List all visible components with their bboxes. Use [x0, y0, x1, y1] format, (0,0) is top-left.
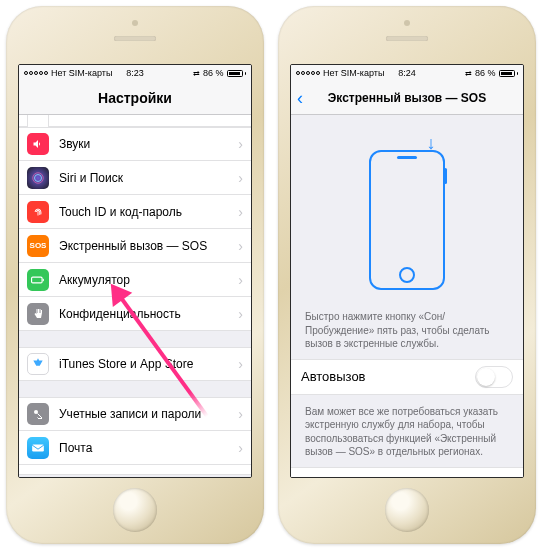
status-bar: Нет SIM-карты 8:23 ⇄ 86 %: [19, 65, 251, 81]
row-sounds[interactable]: Звуки ›: [19, 127, 251, 161]
row-label: Звуки: [59, 137, 238, 151]
screen-left: Нет SIM-карты 8:23 ⇄ 86 % Настройки: [18, 64, 252, 478]
row-itunes[interactable]: iTunes Store и App Store ›: [19, 347, 251, 381]
sos-page: ↓ Быстро нажмите кнопку «Сон/Пробуждение…: [291, 115, 523, 477]
nav-bar: ‹ Экстренный вызов — SOS: [291, 81, 523, 115]
svg-point-4: [34, 410, 38, 414]
row-autocall[interactable]: Автовызов: [291, 359, 523, 395]
front-camera: [404, 20, 410, 26]
siri-icon: [27, 167, 49, 189]
hand-icon: [27, 303, 49, 325]
carrier-text: Нет SIM-карты: [51, 68, 112, 78]
group-3: Учетные записи и пароли › Почта ›: [19, 397, 251, 475]
clock-text: 8:24: [398, 68, 416, 78]
sos-icon: SOS: [27, 235, 49, 257]
row-label: Touch ID и код-пароль: [59, 205, 238, 219]
phone-right: Нет SIM-карты 8:24 ⇄ 86 % ‹ Экстренный в…: [278, 6, 536, 544]
row-peek-bottom[interactable]: [19, 465, 251, 475]
row-mail[interactable]: Почта ›: [19, 431, 251, 465]
row-label: Учетные записи и пароли: [59, 407, 238, 421]
clock-text: 8:23: [126, 68, 144, 78]
row-label: Экстренный вызов — SOS: [59, 239, 238, 253]
configure-contacts-link[interactable]: Настроить контакты на случай ЧП: [291, 467, 523, 478]
row-privacy[interactable]: Конфиденциальность ›: [19, 297, 251, 331]
row-label: Siri и Поиск: [59, 171, 238, 185]
row-touchid[interactable]: Touch ID и код-пароль ›: [19, 195, 251, 229]
phone-left: Нет SIM-карты 8:23 ⇄ 86 % Настройки: [6, 6, 264, 544]
back-button[interactable]: ‹: [297, 87, 303, 108]
chevron-right-icon: ›: [238, 306, 243, 322]
speaker: [114, 36, 156, 41]
screen-right: Нет SIM-карты 8:24 ⇄ 86 % ‹ Экстренный в…: [290, 64, 524, 478]
row-sos[interactable]: SOS Экстренный вызов — SOS ›: [19, 229, 251, 263]
settings-list: Звуки › Siri и Поиск › Touch ID и код-па…: [19, 115, 251, 477]
front-camera: [132, 20, 138, 26]
row-battery[interactable]: Аккумулятор ›: [19, 263, 251, 297]
home-button[interactable]: [385, 488, 429, 532]
row-label: Почта: [59, 441, 238, 455]
chevron-right-icon: ›: [238, 406, 243, 422]
carrier-text: Нет SIM-карты: [323, 68, 384, 78]
chevron-right-icon: ›: [238, 272, 243, 288]
group-2: iTunes Store и App Store ›: [19, 347, 251, 381]
svg-rect-2: [32, 277, 42, 283]
hero-illustration: ↓: [291, 115, 523, 300]
battery-text: 86 %: [203, 68, 224, 78]
chevron-right-icon: ›: [238, 356, 243, 372]
svg-point-0: [35, 174, 42, 181]
svg-rect-5: [32, 444, 44, 451]
battery-icon: [499, 70, 519, 77]
row-label: iTunes Store и App Store: [59, 357, 238, 371]
page-title: Настройки: [98, 90, 172, 106]
phone-outline-icon: [369, 150, 445, 290]
row-siri[interactable]: Siri и Поиск ›: [19, 161, 251, 195]
chevron-right-icon: ›: [238, 136, 243, 152]
sounds-icon: [27, 133, 49, 155]
row-label: Аккумулятор: [59, 273, 238, 287]
autocall-label: Автовызов: [301, 369, 475, 384]
battery-icon: [227, 70, 247, 77]
chevron-right-icon: ›: [238, 204, 243, 220]
battery-row-icon: [27, 269, 49, 291]
group-1: Звуки › Siri и Поиск › Touch ID и код-па…: [19, 127, 251, 331]
svg-rect-3: [43, 278, 44, 280]
chevron-right-icon: ›: [238, 170, 243, 186]
chevron-right-icon: ›: [238, 440, 243, 456]
row-accounts[interactable]: Учетные записи и пароли ›: [19, 397, 251, 431]
fingerprint-icon: [27, 201, 49, 223]
signal-icon: [296, 71, 320, 75]
battery-text: 86 %: [475, 68, 496, 78]
autocall-switch[interactable]: [475, 366, 513, 388]
signal-icon: [24, 71, 48, 75]
home-button[interactable]: [113, 488, 157, 532]
autocall-description: Вам может все же потребоваться указать э…: [291, 395, 523, 467]
page-title: Экстренный вызов — SOS: [328, 91, 486, 105]
speaker: [386, 36, 428, 41]
nav-bar: Настройки: [19, 81, 251, 115]
chevron-right-icon: ›: [238, 238, 243, 254]
key-icon: [27, 403, 49, 425]
row-label: Конфиденциальность: [59, 307, 238, 321]
appstore-icon: [27, 353, 49, 375]
status-bar: Нет SIM-карты 8:24 ⇄ 86 %: [291, 65, 523, 81]
mail-icon: [27, 437, 49, 459]
hero-description: Быстро нажмите кнопку «Сон/Пробуждение» …: [291, 300, 523, 359]
row-peek-top[interactable]: [19, 115, 251, 127]
